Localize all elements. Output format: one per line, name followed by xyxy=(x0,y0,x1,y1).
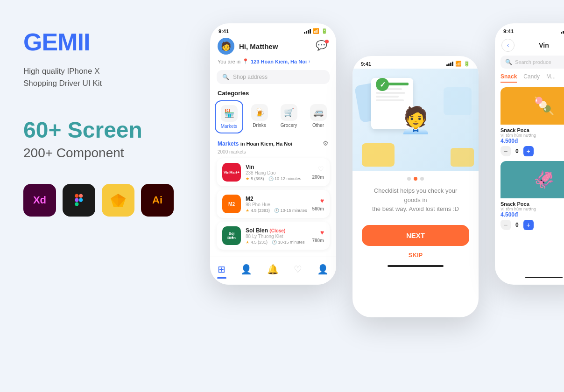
status-icons-1: 📶 🔋 xyxy=(304,28,328,34)
user-info: 🧑 Hi, Matthew xyxy=(218,38,278,55)
other-icon: 🚐 xyxy=(310,104,327,121)
category-other[interactable]: 🚐 Other xyxy=(305,100,331,133)
snack-emoji-2: 🦑 xyxy=(534,170,555,189)
grocery-label: Grocery xyxy=(281,123,297,128)
markets-icon: 🏪 xyxy=(221,105,238,122)
vin-address: 238 Hang Dao xyxy=(246,170,307,175)
store-card-soibien[interactable]: SóiBiển Soi Bien (Close) 88 Ly Thuong Ki… xyxy=(217,222,330,250)
m2-address: 98 Pho Hue xyxy=(246,202,307,207)
snack-emoji-1: 🍡 xyxy=(534,96,555,116)
category-markets[interactable]: 🏪 Markets xyxy=(215,100,243,133)
soi-heart-icon[interactable]: ♥ xyxy=(320,229,324,236)
nav-account[interactable]: 👤 xyxy=(317,264,329,275)
decrease-button-1[interactable]: − xyxy=(501,146,511,156)
location-row: You are in 📍 123 Hoan Kiem, Ha Noi › xyxy=(210,58,336,68)
search-icon: 🔍 xyxy=(222,74,229,80)
soi-name: Soi Bien (Close) xyxy=(246,227,307,234)
categories-label: Categories xyxy=(210,90,336,100)
phone-onboarding-screen: 9:41 📶 🔋 xyxy=(352,56,479,317)
home-indicator xyxy=(388,265,444,267)
onboarding-illustration: 🧑‍💼 ✓ xyxy=(352,69,479,171)
sketch-icon xyxy=(102,184,134,217)
nav-favorites[interactable]: ♡ xyxy=(294,264,302,275)
other-label: Other xyxy=(312,123,324,128)
tab-candy[interactable]: Candy xyxy=(523,73,540,83)
soi-info: Soi Bien (Close) 88 Ly Thuong Kiet ★ 4.5… xyxy=(246,227,307,245)
wifi-icon-2: 📶 xyxy=(455,61,462,67)
status-icons-2: 📶 🔋 xyxy=(446,61,470,67)
store-card-vin[interactable]: VinMart+ Vin 238 Hang Dao ★ 5 (398) 🕐 10… xyxy=(217,158,330,186)
notification-button[interactable]: 💬 xyxy=(316,40,329,53)
drinks-icon: 🍺 xyxy=(251,104,268,121)
product-sub-2: Vị tôm hùm nướng xyxy=(501,207,564,211)
screen-count: 60+ Screen xyxy=(23,117,182,143)
time-3: 9:41 xyxy=(503,28,514,34)
category-grocery[interactable]: 🛒 Grocery xyxy=(275,100,302,133)
markets-label: Markets xyxy=(221,124,238,129)
svg-rect-1 xyxy=(79,194,83,197)
vin-right: ♡ 200m xyxy=(312,165,324,180)
onboarding-text: Checklist helps you check your goods int… xyxy=(352,186,479,214)
ai-icon: Ai xyxy=(141,184,174,217)
svg-rect-2 xyxy=(75,198,78,202)
soi-rating: ★ 4.5 (231) 🕐 10-15 minutes xyxy=(246,240,307,245)
m2-heart-icon[interactable]: ♥ xyxy=(320,197,324,204)
store-name: Vin xyxy=(539,42,549,49)
product-card-1[interactable]: 🍡 Snack Poca Vị tôm hùm nướng 4.500đ − 0… xyxy=(501,87,564,156)
back-button[interactable]: ‹ xyxy=(501,39,515,52)
vin-rating: ★ 5 (398) 🕐 10-12 minutes xyxy=(246,176,307,181)
phones-area: 9:41 📶 🔋 🧑 Hi, Matthew xyxy=(196,0,564,392)
nav-notifications[interactable]: 🔔 xyxy=(267,264,279,275)
quantity-row-2: − 0 + xyxy=(501,220,564,230)
product-card-2[interactable]: 🦑 Snack Poca Vị tôm hùm nướng 4.500đ − 0… xyxy=(501,161,564,230)
time-2: 9:41 xyxy=(361,61,371,67)
location-link[interactable]: 123 Hoan Kiem, Ha Noi xyxy=(251,59,307,64)
next-button[interactable]: NEXT xyxy=(362,225,469,246)
product-image-2: 🦑 xyxy=(501,161,564,198)
vin-info: Vin 238 Hang Dao ★ 5 (398) 🕐 10-12 minut… xyxy=(246,164,307,181)
tool-icons: Xd Ai xyxy=(23,184,182,217)
product-search-bar[interactable]: 🔍 Search produce xyxy=(501,56,564,69)
signal-icon xyxy=(304,29,311,34)
home-screen: 9:41 📶 🔋 🧑 Hi, Matthew xyxy=(210,23,336,285)
status-bar-1: 9:41 📶 🔋 xyxy=(210,23,336,36)
skip-button[interactable]: SKIP xyxy=(352,252,479,259)
grocery-icon: 🛒 xyxy=(281,104,297,121)
quantity-display-1: 0 xyxy=(515,148,519,154)
onboarding-description: Checklist helps you check your goods int… xyxy=(367,186,465,214)
decrease-button-2[interactable]: − xyxy=(501,220,511,230)
phone-product-screen: 9:41 📶 🔋 ‹ Vin xyxy=(495,23,564,285)
product-screen: 9:41 📶 🔋 ‹ Vin xyxy=(495,23,564,285)
account-icon: 👤 xyxy=(317,264,329,274)
store-card-m2[interactable]: M2 M2 98 Pho Hue ★ 4.5 (2393) 🕐 13-15 mi… xyxy=(217,190,330,218)
phone-home-screen: 9:41 📶 🔋 🧑 Hi, Matthew xyxy=(210,23,336,285)
quantity-display-2: 0 xyxy=(515,222,519,228)
tab-more[interactable]: M... xyxy=(546,73,556,83)
category-drinks[interactable]: 🍺 Drinks xyxy=(246,100,273,133)
nav-home[interactable]: ⊞ xyxy=(218,264,226,275)
product-name-2: Snack Poca xyxy=(501,201,564,207)
product-sub-1: Vị tôm hùm nướng xyxy=(501,133,564,138)
m2-logo: M2 xyxy=(222,195,241,213)
signal-icon-3 xyxy=(561,29,564,34)
tagline: High quality IPhone X Shopping Driver UI… xyxy=(23,65,182,89)
component-count: 200+ Component xyxy=(23,146,182,161)
markets-title: Markets in Hoan Kiem, Ha Noi xyxy=(218,139,292,147)
chevron-right-icon: › xyxy=(309,59,310,64)
filter-icon[interactable]: ⚙ xyxy=(323,140,329,147)
dot-1 xyxy=(407,177,411,181)
tab-snack[interactable]: Snack xyxy=(501,73,517,83)
nav-profile[interactable]: 👤 xyxy=(240,264,252,275)
product-image-1: 🍡 xyxy=(501,87,564,125)
address-search-bar[interactable]: 🔍 Shop address xyxy=(217,70,330,84)
m2-info: M2 98 Pho Hue ★ 4.5 (2393) 🕐 13-15 minut… xyxy=(246,196,307,213)
avatar: 🧑 xyxy=(218,38,234,55)
notification-dot xyxy=(325,40,329,43)
status-bar-2: 9:41 📶 🔋 xyxy=(352,56,479,69)
product-price-1: 4.500đ xyxy=(501,138,564,144)
time-1: 9:41 xyxy=(219,28,229,34)
increase-button-2[interactable]: + xyxy=(523,220,534,230)
vin-heart-icon[interactable]: ♡ xyxy=(318,165,324,173)
increase-button-1[interactable]: + xyxy=(523,146,534,156)
markets-count: 2000 markets xyxy=(210,149,336,158)
